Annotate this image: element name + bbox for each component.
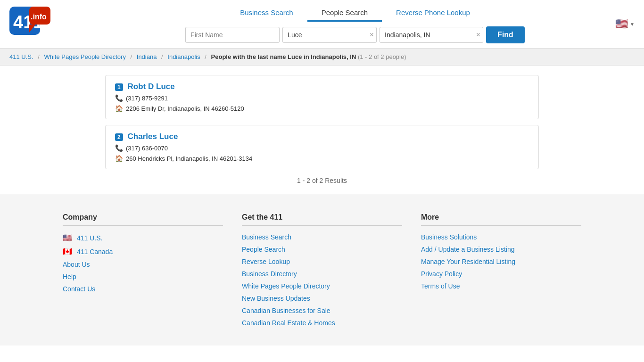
result-phone-1: (317) 875-9291 xyxy=(126,95,168,102)
breadcrumb-current: People with the last name Luce in Indian… xyxy=(211,53,356,60)
lastname-clear-button[interactable]: × xyxy=(370,31,374,39)
breadcrumb-link-indianapolis[interactable]: Indianapolis xyxy=(167,53,200,60)
breadcrumb: 411 U.S. / White Pages People Directory … xyxy=(0,49,644,66)
footer-link-canadian-biz[interactable]: Canadian Businesses for Sale xyxy=(242,307,402,314)
footer-link-us[interactable]: 🇺🇸 411 U.S. xyxy=(63,233,223,242)
footer-link-help[interactable]: Help xyxy=(63,273,223,280)
result-phone-2: (317) 636-0070 xyxy=(126,145,168,152)
breadcrumb-sep-1: / xyxy=(38,53,40,60)
breadcrumb-sep-4: / xyxy=(205,53,206,60)
result-address-1: 2206 Emily Dr, Indianapolis, IN 46260-51… xyxy=(126,105,244,112)
result-name-2[interactable]: Charles Luce xyxy=(128,132,178,141)
lastname-wrap: × xyxy=(282,27,377,43)
footer-link-contact[interactable]: Contact Us xyxy=(63,285,223,293)
tab-business[interactable]: Business Search xyxy=(226,5,307,22)
footer-link-terms[interactable]: Terms of Use xyxy=(421,282,581,290)
breadcrumb-count: (1 - 2 of 2 people) xyxy=(358,53,406,60)
home-icon-2: 🏠 xyxy=(115,155,123,162)
header: 411 .info Business Search People Search … xyxy=(0,0,644,49)
footer-link-add-listing[interactable]: Add / Update a Business Listing xyxy=(421,246,581,253)
main-content: 1 Robt D Luce 📞 (317) 875-9291 🏠 2206 Em… xyxy=(96,75,548,184)
header-center: Business Search People Search Reverse Ph… xyxy=(104,5,606,43)
result-header-2: 2 Charles Luce xyxy=(115,132,529,141)
footer-grid: Company 🇺🇸 411 U.S. 🇨🇦 411 Canada About … xyxy=(63,213,581,331)
footer-link-privacy[interactable]: Privacy Policy xyxy=(421,270,581,278)
tab-reverse[interactable]: Reverse Phone Lookup xyxy=(382,5,484,22)
search-row: × × Find xyxy=(185,26,525,43)
phone-icon-1: 📞 xyxy=(115,94,123,102)
firstname-input[interactable] xyxy=(185,27,280,43)
footer-get411-title: Get the 411 xyxy=(242,213,402,226)
footer-link-canada[interactable]: 🇨🇦 411 Canada xyxy=(63,247,223,256)
breadcrumb-link-home[interactable]: 411 U.S. xyxy=(9,53,33,60)
result-header-1: 1 Robt D Luce xyxy=(115,82,529,91)
home-icon-1: 🏠 xyxy=(115,105,123,112)
tab-people[interactable]: People Search xyxy=(307,5,382,22)
svg-text:.info: .info xyxy=(31,13,47,21)
logo-link[interactable]: 411 .info xyxy=(9,7,104,42)
us-flag-small: 🇺🇸 xyxy=(63,234,72,242)
breadcrumb-sep-2: / xyxy=(131,53,132,60)
result-address-2: 260 Hendricks Pl, Indianapolis, IN 46201… xyxy=(126,155,252,162)
breadcrumb-link-whitepages[interactable]: White Pages People Directory xyxy=(44,53,125,60)
location-wrap: × xyxy=(380,27,483,43)
footer-col-get411: Get the 411 Business Search People Searc… xyxy=(242,213,402,331)
footer-company-title: Company xyxy=(63,213,223,226)
footer-col-company: Company 🇺🇸 411 U.S. 🇨🇦 411 Canada About … xyxy=(63,213,223,331)
footer-col-more: More Business Solutions Add / Update a B… xyxy=(421,213,581,331)
footer-link-business-search[interactable]: Business Search xyxy=(242,233,402,241)
result-phone-row-2: 📞 (317) 636-0070 xyxy=(115,144,529,152)
ca-flag-small: 🇨🇦 xyxy=(63,247,72,255)
lastname-input[interactable] xyxy=(282,27,377,43)
footer-link-whitepages-dir[interactable]: White Pages People Directory xyxy=(242,282,402,290)
footer-link-about[interactable]: About Us xyxy=(63,261,223,268)
footer-link-canadian-re[interactable]: Canadian Real Estate & Homes xyxy=(242,319,402,327)
footer-link-reverse-lookup[interactable]: Reverse Lookup xyxy=(242,258,402,265)
result-number-1: 1 xyxy=(115,83,123,91)
firstname-wrap xyxy=(185,27,280,43)
result-card-2: 2 Charles Luce 📞 (317) 636-0070 🏠 260 He… xyxy=(105,125,539,169)
results-summary: 1 - 2 of 2 Results xyxy=(105,177,539,184)
find-button[interactable]: Find xyxy=(486,26,525,43)
result-name-1[interactable]: Robt D Luce xyxy=(128,82,175,91)
logo-icon: 411 .info xyxy=(9,7,52,42)
result-number-2: 2 xyxy=(115,133,123,141)
footer-link-people-search[interactable]: People Search xyxy=(242,246,402,253)
flag-dropdown-arrow: ▼ xyxy=(630,22,635,27)
location-clear-button[interactable]: × xyxy=(476,31,480,39)
phone-icon-2: 📞 xyxy=(115,144,123,152)
breadcrumb-link-indiana[interactable]: Indiana xyxy=(137,53,157,60)
footer: Company 🇺🇸 411 U.S. 🇨🇦 411 Canada About … xyxy=(0,194,644,346)
us-flag-icon: 🇺🇸 xyxy=(615,18,628,30)
result-card-1: 1 Robt D Luce 📞 (317) 875-9291 🏠 2206 Em… xyxy=(105,75,539,119)
footer-link-new-business[interactable]: New Business Updates xyxy=(242,295,402,302)
footer-link-business-directory[interactable]: Business Directory xyxy=(242,270,402,278)
nav-tabs: Business Search People Search Reverse Ph… xyxy=(226,5,484,22)
result-phone-row-1: 📞 (317) 875-9291 xyxy=(115,94,529,102)
breadcrumb-sep-3: / xyxy=(161,53,163,60)
flag-selector[interactable]: 🇺🇸 ▼ xyxy=(606,18,635,30)
footer-more-title: More xyxy=(421,213,581,226)
result-address-row-1: 🏠 2206 Emily Dr, Indianapolis, IN 46260-… xyxy=(115,105,529,112)
footer-link-biz-solutions[interactable]: Business Solutions xyxy=(421,233,581,241)
location-input[interactable] xyxy=(380,27,483,43)
result-address-row-2: 🏠 260 Hendricks Pl, Indianapolis, IN 462… xyxy=(115,155,529,162)
logo-area: 411 .info xyxy=(9,7,104,42)
footer-link-manage-listing[interactable]: Manage Your Residential Listing xyxy=(421,258,581,265)
